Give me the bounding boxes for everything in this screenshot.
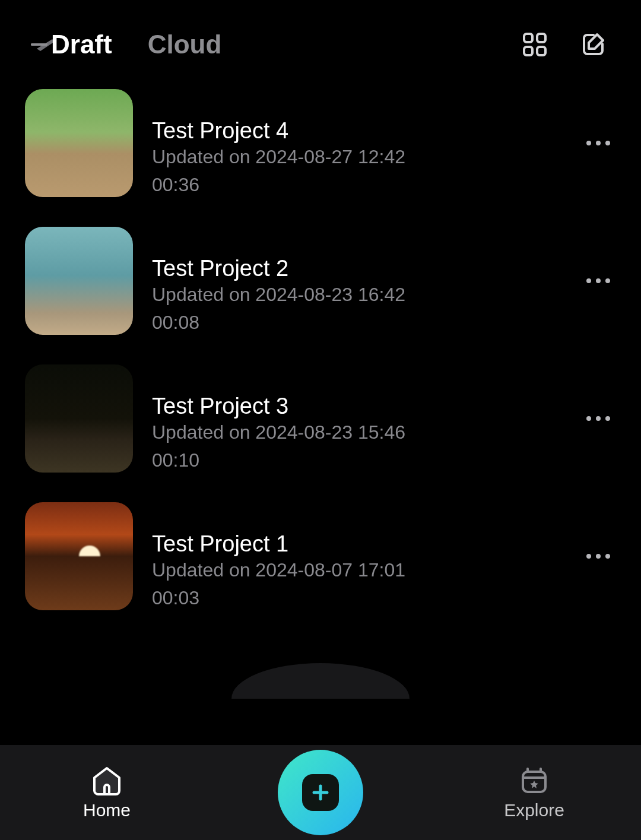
tab-cloud[interactable]: Cloud: [148, 30, 222, 59]
project-updated: Updated on 2024-08-23 15:46: [152, 421, 580, 443]
project-info: Test Project 1 Updated on 2024-08-07 17:…: [152, 502, 580, 610]
project-title: Test Project 4: [152, 118, 580, 144]
project-duration: 00:08: [152, 312, 199, 334]
more-icon: [586, 416, 610, 421]
more-button[interactable]: [580, 263, 616, 299]
svg-rect-1: [537, 34, 545, 42]
nav-bump: [231, 663, 410, 699]
grid-icon: [523, 33, 547, 56]
header: Draft Cloud: [0, 0, 641, 71]
project-updated: Updated on 2024-08-27 12:42: [152, 146, 580, 168]
project-title: Test Project 2: [152, 256, 580, 281]
project-info: Test Project 4 Updated on 2024-08-27 12:…: [152, 89, 580, 197]
svg-rect-2: [524, 47, 532, 55]
nav-explore[interactable]: Explore: [427, 765, 641, 820]
explore-icon: [518, 765, 550, 797]
compose-button[interactable]: [580, 32, 605, 57]
project-duration: 00:10: [152, 449, 199, 471]
home-icon: [91, 765, 123, 797]
more-button[interactable]: [580, 401, 616, 436]
project-item[interactable]: Test Project 2 Updated on 2024-08-23 16:…: [25, 227, 616, 335]
project-thumbnail: [25, 227, 133, 335]
project-duration: 00:36: [152, 174, 199, 196]
more-icon: [586, 278, 610, 283]
more-button[interactable]: [580, 125, 616, 161]
svg-rect-3: [537, 47, 545, 55]
project-title: Test Project 3: [152, 394, 580, 419]
plus-icon: [302, 774, 339, 811]
project-info: Test Project 2 Updated on 2024-08-23 16:…: [152, 227, 580, 335]
project-item[interactable]: Test Project 4 Updated on 2024-08-27 12:…: [25, 89, 616, 197]
project-title: Test Project 1: [152, 531, 580, 557]
nav-home[interactable]: Home: [0, 765, 214, 820]
nav-explore-label: Explore: [504, 800, 564, 820]
project-updated: Updated on 2024-08-07 17:01: [152, 559, 580, 581]
project-updated: Updated on 2024-08-23 16:42: [152, 284, 580, 306]
project-item[interactable]: Test Project 3 Updated on 2024-08-23 15:…: [25, 364, 616, 473]
project-info: Test Project 3 Updated on 2024-08-23 15:…: [152, 364, 580, 473]
more-icon: [586, 141, 610, 145]
more-icon: [586, 554, 610, 559]
project-thumbnail: [25, 89, 133, 197]
bottom-nav: Home Explore: [0, 745, 641, 840]
project-duration: 00:03: [152, 587, 199, 609]
grid-view-button[interactable]: [522, 32, 547, 57]
project-thumbnail: [25, 364, 133, 473]
more-button[interactable]: [580, 538, 616, 574]
create-button[interactable]: [278, 750, 363, 835]
nav-home-label: Home: [83, 800, 131, 820]
project-thumbnail: [25, 502, 133, 610]
project-item[interactable]: Test Project 1 Updated on 2024-08-07 17:…: [25, 502, 616, 610]
svg-rect-0: [524, 34, 532, 42]
tab-draft[interactable]: Draft: [51, 30, 112, 59]
compose-icon: [580, 32, 605, 57]
projects-list: Test Project 4 Updated on 2024-08-27 12:…: [0, 71, 641, 610]
